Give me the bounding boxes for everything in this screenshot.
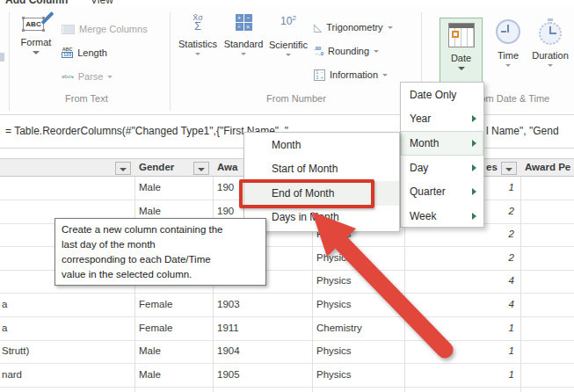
table-row[interactable]: aFemale1903Physics4 [0, 294, 574, 317]
statistics-label: Statistics [178, 39, 217, 49]
submenu-item-month[interactable]: Month [244, 133, 399, 157]
chevron-down-icon [286, 54, 291, 56]
menu-item-week[interactable]: Week [401, 204, 483, 229]
chevron-down-icon [548, 64, 553, 67]
parse-button[interactable]: abc⤷ Parse [62, 67, 113, 86]
chevron-down-icon [382, 74, 388, 76]
filter-dropdown-icon[interactable] [193, 162, 209, 175]
date-label: Date [451, 53, 471, 63]
submenu-item-start-of-month[interactable]: Start of Month [244, 157, 399, 182]
menu-item-date-only[interactable]: Date Only [401, 83, 483, 107]
time-label: Time [498, 50, 519, 61]
chevron-down-icon [374, 50, 379, 53]
column-header-award-period[interactable]: Award Pe [525, 162, 570, 172]
merge-columns-icon [62, 25, 75, 34]
tab-add-column[interactable]: Add Column [5, 0, 68, 6]
information-button[interactable]: 1−3+ Information [314, 65, 388, 84]
group-divider [170, 12, 171, 111]
end-of-month-tooltip: Create a new column containing the last … [54, 218, 266, 286]
table-row[interactable]: Strutt)Male1904Physics1 [0, 340, 574, 364]
menu-item-month[interactable]: Month [401, 131, 483, 156]
length-button[interactable]: ABC123 Length [62, 43, 107, 62]
date-button[interactable]: Date [440, 18, 483, 88]
clipped-ribbon-button-fragment [0, 53, 4, 62]
chevron-right-icon [472, 188, 476, 195]
table-row[interactable]: aFemale1911Chemistry1 [0, 317, 574, 341]
filter-dropdown-icon[interactable] [115, 162, 131, 175]
menu-item-year[interactable]: Year [401, 107, 483, 132]
chevron-right-icon [472, 140, 476, 147]
parse-icon: abc⤷ [62, 74, 74, 80]
trigonometry-label: Trigonometry [326, 22, 382, 33]
merge-columns-label: Merge Columns [79, 24, 148, 34]
column-header-award-year[interactable]: Awa [217, 162, 237, 172]
stopwatch-icon [539, 22, 562, 45]
scientific-label: Scientific [269, 40, 308, 50]
triangle-icon: ◺ [314, 22, 322, 33]
tab-view[interactable]: View [91, 0, 113, 6]
format-button[interactable]: ABC Format [15, 12, 57, 54]
power-query-editor-window: Add Column View ABC Format Merge Columns [0, 0, 574, 392]
ribbon-tab-strip: Add Column View [0, 0, 574, 7]
format-abc-pencil-icon: ABC [23, 12, 49, 32]
rounding-icon: .00→.0 [314, 46, 323, 56]
chevron-down-icon [458, 67, 465, 70]
menu-item-day[interactable]: Day [401, 156, 483, 180]
group-divider [9, 12, 10, 111]
chevron-right-icon [472, 213, 476, 220]
chevron-down-icon [241, 53, 246, 55]
scientific-button[interactable]: 102 Scientific [266, 14, 310, 56]
chevron-right-icon [472, 115, 476, 122]
column-header-gender[interactable]: Gender [139, 162, 174, 172]
chevron-down-icon [107, 76, 113, 78]
standard-label: Standard [224, 39, 264, 49]
chevron-right-icon [472, 164, 476, 171]
annotation-highlight-box [239, 179, 374, 208]
length-abc123-icon: ABC123 [62, 47, 73, 58]
group-label-from-text: From Text [65, 93, 108, 104]
rounding-button[interactable]: .00→.0 Rounding [314, 41, 379, 61]
format-label: Format [21, 37, 52, 47]
length-label: Length [77, 47, 107, 58]
information-label: Information [330, 69, 378, 80]
trigonometry-button[interactable]: ◺ Trigonometry [314, 18, 393, 37]
column-header-prizes-fragment[interactable]: es [486, 162, 498, 172]
chevron-down-icon [195, 53, 200, 55]
submenu-item-days-in-month[interactable]: Days in Month [244, 206, 399, 230]
chevron-down-icon [505, 64, 511, 67]
standard-button[interactable]: +−÷× Standard [222, 14, 265, 55]
statistics-sigma-icon: X̄σ Σ [193, 14, 203, 30]
clock-icon [496, 19, 520, 44]
duration-button[interactable]: Duration [528, 19, 572, 67]
time-button[interactable]: Time [489, 19, 527, 67]
merge-columns-button[interactable]: Merge Columns [62, 19, 148, 39]
formula-text-right: l Name", "Gend [486, 125, 559, 137]
table-row[interactable]: nardMale1905Physics1 [0, 364, 574, 388]
rounding-label: Rounding [328, 46, 369, 56]
filter-dropdown-icon[interactable] [501, 162, 517, 175]
ten-squared-icon: 102 [280, 14, 296, 27]
ribbon: ABC Format Merge Columns ABC123 Length a… [0, 7, 574, 115]
chevron-down-icon [388, 26, 393, 29]
menu-item-quarter[interactable]: Quarter [401, 180, 483, 205]
date-dropdown-menu: Date Only Year Month Day Quarter Week [400, 82, 484, 228]
duration-label: Duration [532, 50, 569, 61]
chevron-down-icon [33, 51, 40, 54]
information-grid-icon: 1−3+ [314, 69, 325, 81]
standard-operators-icon: +−÷× [236, 14, 252, 31]
parse-label: Parse [78, 71, 104, 82]
group-label-from-number: From Number [266, 93, 326, 104]
statistics-button[interactable]: X̄σ Σ Statistics [176, 14, 220, 55]
calendar-icon [448, 23, 475, 47]
